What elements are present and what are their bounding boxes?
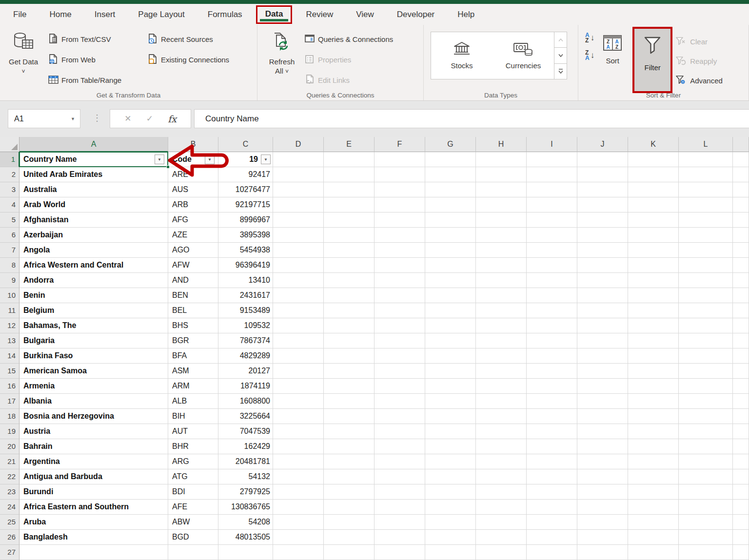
queries-connections-button[interactable]: Queries & Connections [304, 31, 393, 47]
cell-e12[interactable] [324, 318, 374, 333]
cell-g18[interactable] [425, 409, 476, 424]
column-header-e[interactable]: E [324, 137, 374, 152]
cell-f11[interactable] [374, 303, 425, 318]
cell-k26[interactable] [628, 530, 679, 545]
cell-a7[interactable]: Angola [20, 243, 168, 258]
sort-button[interactable]: ZAAZ Sort [597, 28, 628, 90]
cell-f17[interactable] [374, 394, 425, 409]
cell-c16[interactable]: 1874119 [218, 379, 273, 394]
cell-g22[interactable] [425, 469, 476, 484]
column-header-d[interactable]: D [273, 137, 324, 152]
cell-i23[interactable] [527, 484, 577, 500]
formula-input[interactable]: Country Name [194, 109, 749, 128]
cell-a22[interactable]: Antigua and Barbuda [20, 469, 168, 484]
cell-g10[interactable] [425, 288, 476, 303]
cell-h13[interactable] [476, 333, 527, 348]
cell-g4[interactable] [425, 197, 476, 212]
name-box-dropdown-icon[interactable]: ▼ [71, 116, 75, 121]
cell-l25[interactable] [679, 515, 733, 530]
cell-f1[interactable] [374, 152, 425, 167]
cell-j18[interactable] [577, 409, 628, 424]
cell-c23[interactable]: 2797925 [218, 484, 273, 500]
cell-j5[interactable] [577, 212, 628, 228]
cell-i13[interactable] [527, 333, 577, 348]
row-header-10[interactable]: 10 [0, 288, 20, 303]
row-header-20[interactable]: 20 [0, 439, 20, 454]
tab-developer[interactable]: Developer [397, 10, 435, 19]
cell-a26[interactable]: Bangladesh [20, 530, 168, 545]
cell-i3[interactable] [527, 182, 577, 197]
cell-j8[interactable] [577, 258, 628, 273]
cell-h24[interactable] [476, 500, 527, 515]
cell-c10[interactable]: 2431617 [218, 288, 273, 303]
cell-l11[interactable] [679, 303, 733, 318]
cell-d13[interactable] [273, 333, 324, 348]
cell-k18[interactable] [628, 409, 679, 424]
cell-h3[interactable] [476, 182, 527, 197]
cell-k17[interactable] [628, 394, 679, 409]
cell-b27[interactable] [168, 545, 218, 560]
cell-j26[interactable] [577, 530, 628, 545]
get-data-button[interactable]: Get Data ˅ [6, 28, 41, 89]
tab-insert[interactable]: Insert [95, 10, 116, 19]
cell-a20[interactable]: Bahrain [20, 439, 168, 454]
cell-f26[interactable] [374, 530, 425, 545]
cell-h6[interactable] [476, 228, 527, 243]
cell-e23[interactable] [324, 484, 374, 500]
cell-k4[interactable] [628, 197, 679, 212]
cell-f3[interactable] [374, 182, 425, 197]
cell-l3[interactable] [679, 182, 733, 197]
cell-k16[interactable] [628, 379, 679, 394]
cell-f24[interactable] [374, 500, 425, 515]
cell-g15[interactable] [425, 364, 476, 379]
filter-dropdown-button[interactable]: ▼ [261, 154, 271, 164]
filter-button-active-with-red-highlight[interactable]: Filter [632, 27, 672, 93]
cell-c24[interactable]: 130836765 [218, 500, 273, 515]
cell-l10[interactable] [679, 288, 733, 303]
cell-b19[interactable]: AUT [168, 424, 218, 439]
column-header-j[interactable]: J [577, 137, 628, 152]
row-header-12[interactable]: 12 [0, 318, 20, 333]
cell-a2[interactable]: United Arab Emirates [20, 167, 168, 182]
cell-d16[interactable] [273, 379, 324, 394]
cell-d2[interactable] [273, 167, 324, 182]
cell-b24[interactable]: AFE [168, 500, 218, 515]
cell-d22[interactable] [273, 469, 324, 484]
cell-j16[interactable] [577, 379, 628, 394]
cell-c21[interactable]: 20481781 [218, 454, 273, 469]
row-header-18[interactable]: 18 [0, 409, 20, 424]
cell-a11[interactable]: Belgium [20, 303, 168, 318]
tab-review[interactable]: Review [306, 10, 333, 19]
cell-e8[interactable] [324, 258, 374, 273]
recent-sources-button[interactable]: Recent Sources [147, 31, 229, 47]
cell-i22[interactable] [527, 469, 577, 484]
cell-k7[interactable] [628, 243, 679, 258]
cell-g13[interactable] [425, 333, 476, 348]
cell-a1[interactable]: Country Name▼ [20, 152, 168, 167]
cell-i27[interactable] [527, 545, 577, 560]
cell-d19[interactable] [273, 424, 324, 439]
cell-b21[interactable]: ARG [168, 454, 218, 469]
cell-c26[interactable]: 48013505 [218, 530, 273, 545]
cell-g8[interactable] [425, 258, 476, 273]
cell-h1[interactable] [476, 152, 527, 167]
cell-l8[interactable] [679, 258, 733, 273]
formula-bar-drag-handle[interactable]: ⋮ [93, 113, 100, 123]
row-header-3[interactable]: 3 [0, 182, 20, 197]
advanced-filter-button[interactable]: Advanced [675, 73, 723, 88]
cell-i20[interactable] [527, 439, 577, 454]
cell-i4[interactable] [527, 197, 577, 212]
cell-j19[interactable] [577, 424, 628, 439]
cell-i1[interactable] [527, 152, 577, 167]
cell-e21[interactable] [324, 454, 374, 469]
cell-c4[interactable]: 92197715 [218, 197, 273, 212]
row-header-7[interactable]: 7 [0, 243, 20, 258]
enter-icon[interactable]: ✓ [146, 114, 153, 124]
cell-g26[interactable] [425, 530, 476, 545]
cell-d3[interactable] [273, 182, 324, 197]
cell-j13[interactable] [577, 333, 628, 348]
row-header-6[interactable]: 6 [0, 228, 20, 243]
cell-f16[interactable] [374, 379, 425, 394]
cell-h16[interactable] [476, 379, 527, 394]
row-header-16[interactable]: 16 [0, 379, 20, 394]
